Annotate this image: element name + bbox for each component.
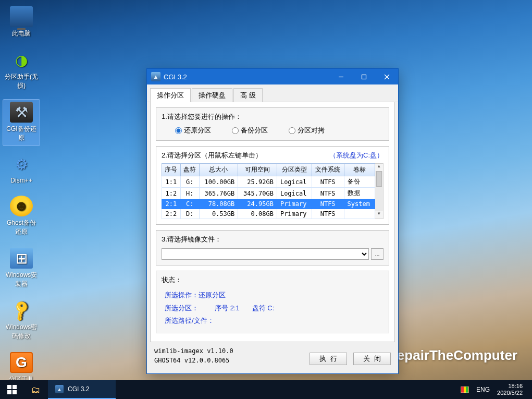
- minimize-button[interactable]: [329, 69, 352, 84]
- scroll-down-icon[interactable]: ▼: [375, 211, 383, 219]
- section-operation: 1.请选择您要进行的操作： 还原分区 备份分区 分区对拷: [156, 107, 389, 141]
- taskbar-task-cgi[interactable]: ▲ CGI 3.2: [48, 380, 116, 399]
- language-indicator[interactable]: ENG: [476, 386, 490, 393]
- window-footer: wimlib-imagex v1.10.0 GHOST64 v12.0.0.80…: [147, 342, 398, 369]
- key-icon: 🔑: [6, 295, 37, 325]
- col-free[interactable]: 可用空间: [238, 164, 277, 176]
- section-status: 状态： 所选操作：还原分区 所选分区： 序号 2:1 盘符 C: 所选路径/文件…: [156, 271, 389, 333]
- desktop-icon-this-pc[interactable]: 此电脑: [3, 4, 40, 41]
- col-fs[interactable]: 文件系统: [312, 164, 344, 176]
- section-image-select: 3.请选择镜像文件： ...: [156, 230, 389, 265]
- scroll-thumb[interactable]: [376, 171, 382, 187]
- desktop-icon-ghost-backup[interactable]: ☻Ghost备份还原: [3, 194, 40, 239]
- col-ptype[interactable]: 分区类型: [277, 164, 312, 176]
- radio-restore[interactable]: 还原分区: [175, 126, 211, 135]
- desktop-icon-win-installer[interactable]: ⊞Windows安装器: [3, 246, 40, 292]
- radio-backup[interactable]: 备份分区: [232, 126, 268, 135]
- tab-disk[interactable]: 操作硬盘: [192, 88, 232, 102]
- desktop-icon-cgi-backup[interactable]: ⚒CGI备份还原: [3, 100, 40, 146]
- table-row[interactable]: 1:1G:100.00GB25.92GBLogicalNTFS备份: [162, 176, 375, 188]
- window-title: CGI 3.2: [164, 73, 329, 81]
- tab-bar: 操作分区 操作硬盘 高 级: [147, 84, 398, 102]
- windows-logo-icon: [7, 385, 17, 394]
- svg-rect-6: [7, 390, 11, 394]
- table-scrollbar[interactable]: ▲ ▼: [375, 163, 383, 219]
- file-explorer-button[interactable]: 🗂: [24, 380, 48, 399]
- desktop-icons: 此电脑 ◑分区助手(无损) ⚒CGI备份还原 ⚙Dism++ ☻Ghost备份还…: [3, 4, 50, 399]
- svg-rect-7: [13, 390, 17, 394]
- image-path-select[interactable]: [162, 248, 369, 260]
- execute-button[interactable]: 执行: [310, 353, 347, 365]
- tab-advanced[interactable]: 高 级: [233, 88, 263, 102]
- app-icon: ▲: [151, 72, 160, 81]
- tray-flag-icon[interactable]: [461, 386, 469, 393]
- taskbar-clock[interactable]: 18:16 2020/5/22: [497, 383, 527, 396]
- partition-icon: ◑: [10, 50, 33, 70]
- table-row[interactable]: 2:1C:78.08GB24.95GBPrimaryNTFSSystem: [162, 199, 375, 209]
- tab-partition[interactable]: 操作分区: [150, 88, 191, 102]
- taskbar: 🗂 ▲ CGI 3.2 ENG 18:16 2020/5/22: [0, 380, 532, 399]
- svg-rect-4: [7, 385, 11, 389]
- table-row[interactable]: 1:2H:365.76GB345.70GBLogicalNTFS数据: [162, 188, 375, 199]
- col-vol[interactable]: 卷标: [344, 164, 375, 176]
- scroll-up-icon[interactable]: ▲: [375, 164, 383, 171]
- close-button[interactable]: [375, 69, 398, 84]
- svg-rect-1: [362, 75, 366, 79]
- titlebar[interactable]: ▲ CGI 3.2: [147, 69, 398, 84]
- ghost-icon: ☻: [10, 196, 33, 216]
- table-row[interactable]: 2:2D:0.53GB0.08GBPrimaryNTFS: [162, 209, 375, 219]
- version-info: wimlib-imagex v1.10.0 GHOST64 v12.0.0.80…: [154, 346, 303, 365]
- svg-rect-5: [13, 385, 17, 389]
- partition-table[interactable]: 序号 盘符 总大小 可用空间 分区类型 文件系统 卷标 1:1G:100.00G…: [162, 163, 375, 219]
- task-app-icon: ▲: [55, 385, 64, 393]
- col-drive[interactable]: 盘符: [180, 164, 199, 176]
- section-partition-select: 2.请选择分区（用鼠标左键单击） （系统盘为C:盘） 序号 盘符 总大小 可用空…: [156, 146, 389, 225]
- hammer-icon: ⚒: [10, 102, 33, 123]
- col-total[interactable]: 总大小: [199, 164, 238, 176]
- diskgenius-icon: G: [10, 352, 33, 373]
- folder-icon: 🗂: [31, 384, 41, 395]
- desktop-icon-partition-assistant[interactable]: ◑分区助手(无损): [3, 47, 40, 93]
- desktop-icon-dism[interactable]: ⚙Dism++: [3, 152, 40, 187]
- close-button-footer[interactable]: 关闭: [353, 353, 391, 365]
- radio-clone[interactable]: 分区对拷: [289, 126, 325, 135]
- system-tray: ENG 18:16 2020/5/22: [455, 380, 532, 399]
- system-disk-hint: （系统盘为C:盘）: [329, 151, 383, 160]
- windows-icon: ⊞: [10, 248, 33, 269]
- start-button[interactable]: [0, 380, 24, 399]
- desktop-icon-win-password[interactable]: 🔑Windows密码修改: [3, 298, 40, 344]
- maximize-button[interactable]: [352, 69, 375, 84]
- gear-icon: ⚙: [10, 154, 33, 175]
- col-seq[interactable]: 序号: [162, 164, 181, 176]
- pc-icon: [10, 6, 33, 27]
- browse-button[interactable]: ...: [371, 248, 383, 260]
- cgi-window: ▲ CGI 3.2 操作分区 操作硬盘 高 级 1.请选择您要进行的操作： 还原…: [146, 68, 399, 374]
